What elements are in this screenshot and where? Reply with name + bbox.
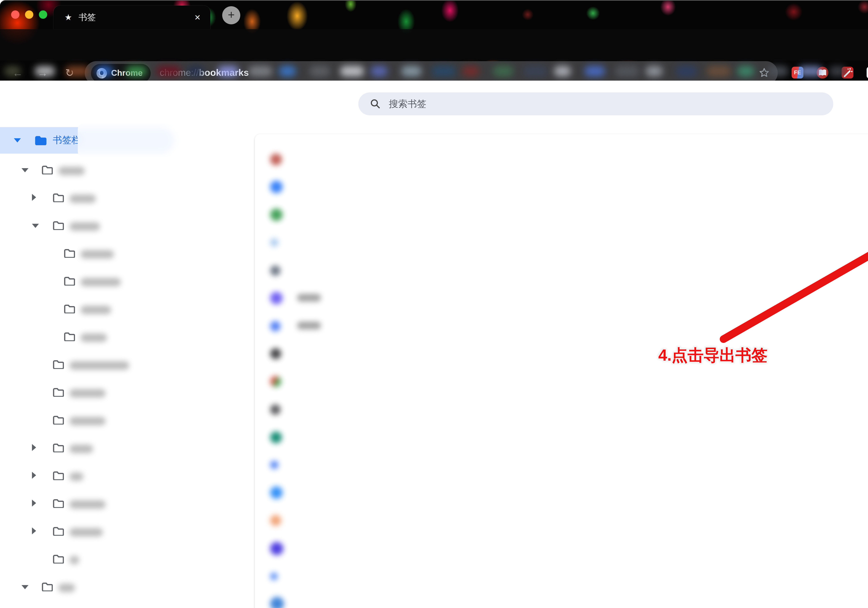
sidebar-folder-row[interactable] [0,240,250,267]
bookmarks-bar-favicon-blurred[interactable] [707,66,730,76]
caret-right-icon[interactable] [32,499,36,507]
folder-icon [64,304,75,316]
bookmarks-bar-favicon-blurred[interactable] [157,66,181,76]
folder-icon [42,165,53,177]
bookmarks-bar-favicon-blurred[interactable] [279,66,296,76]
bookmarks-bar-favicon-blurred[interactable] [798,66,822,76]
bookmarks-bar-favicon-blurred[interactable] [96,66,113,76]
bookmark-list-item[interactable] [255,534,868,562]
bookmark-favicon-blurred [270,376,281,387]
sidebar-folder-row[interactable] [0,351,250,379]
sidebar-folder-row[interactable] [0,212,250,240]
bookmark-list-item[interactable] [255,229,868,257]
sidebar-folder-row[interactable] [0,490,250,518]
bookmarks-bar-favicon-blurred[interactable] [585,66,605,76]
bookmarks-bar-favicon-blurred[interactable] [35,66,55,76]
folder-name-blurred [70,417,105,425]
bookmarks-bar-favicon-blurred[interactable] [65,66,89,76]
sidebar-folder-row[interactable] [0,267,250,295]
bookmarks-bar-favicon-blurred[interactable] [462,66,479,76]
bookmarks-bar: » 所有书签 [0,61,868,81]
folder-name-blurred [70,194,96,203]
bookmarks-bar-favicon-blurred[interactable] [432,66,456,76]
sidebar-folder-row[interactable] [0,573,250,601]
bookmarks-bar-favicon-blurred[interactable] [829,66,846,76]
bookmarks-bar-favicon-blurred[interactable] [493,66,513,76]
sidebar-folder-row[interactable] [0,379,250,406]
caret-right-icon[interactable] [32,444,36,451]
minimize-window-button[interactable] [25,11,33,19]
bookmark-list-item[interactable] [255,257,868,284]
tab-favicon-star-icon: ★ [65,12,72,22]
bookmark-list-item[interactable] [255,368,868,395]
bookmark-favicon-blurred [270,238,279,247]
close-window-button[interactable] [11,11,19,19]
maximize-window-button[interactable] [39,11,47,19]
sidebar-folder-row[interactable] [0,156,250,184]
bookmark-list-item[interactable] [255,562,868,590]
search-input[interactable] [388,98,804,110]
bookmarks-bar-favicon-blurred[interactable] [310,66,330,76]
sidebar-folder-row[interactable] [0,434,250,462]
bookmark-list-item[interactable] [255,423,868,451]
folder-name-blurred [70,473,83,481]
sidebar-folder-row[interactable] [0,184,250,212]
active-tab[interactable]: ★ 书签 ✕ [53,6,211,29]
bookmark-title-blurred [297,322,321,330]
bookmark-list-item[interactable] [255,451,868,479]
bookmark-list-item[interactable] [255,284,868,312]
bookmarks-bar-favicon-blurred[interactable] [615,66,639,76]
bookmark-list-item[interactable] [255,590,868,608]
caret-right-icon[interactable] [32,194,36,201]
sidebar-folder-row[interactable] [0,462,250,490]
bookmark-favicon-blurred [270,181,283,193]
caret-down-icon[interactable] [14,138,21,142]
bookmarks-bar-favicon-blurred[interactable] [249,66,272,76]
bookmarks-bar-favicon-blurred[interactable] [646,66,662,76]
caret-down-icon[interactable] [22,168,28,172]
sidebar-folder-row[interactable] [0,295,250,323]
bookmark-list-item[interactable] [255,312,868,340]
bookmarks-bar-favicon-blurred[interactable] [401,66,422,76]
bookmark-list-item[interactable] [255,479,868,507]
sidebar-folder-row[interactable] [0,323,250,351]
bookmarks-bar-favicon-blurred[interactable] [218,66,238,76]
bookmark-list-item[interactable] [255,395,868,423]
caret-right-icon[interactable] [32,472,36,479]
bookmark-favicon-blurred [270,292,283,304]
bookmark-favicon-blurred [270,404,281,415]
bookmark-list-item[interactable] [255,340,868,368]
bookmarks-bar-favicon-blurred[interactable] [768,66,788,76]
folder-icon [35,135,46,145]
bookmarks-bar-favicon-blurred[interactable] [126,66,147,76]
bookmark-title-blurred [297,294,321,302]
bookmarks-bar-favicon-blurred[interactable] [371,66,388,76]
bookmarks-bar-favicon-blurred[interactable] [524,66,547,76]
tab-close-icon[interactable]: ✕ [194,12,201,22]
bookmarks-bar-favicon-blurred[interactable] [4,66,21,76]
folder-tree-sidebar: 书签栏 [0,81,250,608]
folder-name-blurred [81,250,114,258]
bookmark-list-item[interactable] [255,201,868,229]
bookmarks-bar-favicon-blurred[interactable] [738,66,754,76]
caret-down-icon[interactable] [32,224,39,228]
bookmark-list-item[interactable] [255,507,868,534]
folder-name-blurred [70,500,105,508]
caret-down-icon[interactable] [22,585,28,589]
folder-icon [53,526,64,538]
search-bar[interactable] [358,92,833,115]
bookmarks-bar-favicon-blurred[interactable] [188,66,204,76]
bookmark-list-item[interactable] [255,173,868,201]
browser-chrome: ★ 书签 ✕ + ⌄ ← → ↻ Chrome chrome://bookmar… [0,0,868,81]
sidebar-folder-row[interactable] [0,546,250,573]
bookmarks-bar-favicon-blurred[interactable] [554,66,571,76]
sidebar-folder-row[interactable] [0,406,250,434]
bookmark-list-item[interactable] [255,145,868,173]
bookmarks-bar-favicon-blurred[interactable] [340,66,364,76]
bookmarks-bar-favicon-blurred[interactable] [676,66,696,76]
folder-icon [53,554,64,566]
tab-title: 书签 [79,12,96,22]
sidebar-folder-row[interactable] [0,518,250,546]
caret-right-icon[interactable] [32,527,36,534]
new-tab-button[interactable]: + [222,6,240,24]
